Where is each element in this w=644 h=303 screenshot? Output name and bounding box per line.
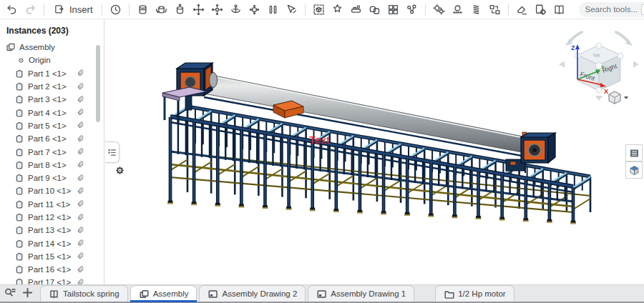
search-tools-input[interactable]: Search tools... ⌥ c xyxy=(579,2,644,17)
display-panel-button[interactable] xyxy=(625,162,643,179)
document-tab-assembly-drawing-2[interactable]: Assembly Drawing 2 xyxy=(199,285,306,302)
snap-mode-icon[interactable] xyxy=(283,1,300,17)
move-icon[interactable] xyxy=(209,1,225,17)
display-states-icon[interactable] xyxy=(514,1,530,17)
document-tab-1-2-hp-motor[interactable]: 1/2 Hp motor xyxy=(435,285,514,302)
link-icon[interactable] xyxy=(77,148,84,156)
structure-panel-button[interactable] xyxy=(625,144,643,162)
tree-item-part[interactable]: Part 5 <1> xyxy=(0,119,104,132)
cylindrical-mate-icon[interactable] xyxy=(246,1,263,17)
tree-item-part[interactable]: Part 17 <1> xyxy=(0,276,104,284)
document-tab-tailstock-spring[interactable]: Tailstock spring xyxy=(40,285,128,302)
tree-item-part[interactable]: Part 11 <1> xyxy=(0,198,104,211)
bom-icon[interactable] xyxy=(551,1,567,17)
document-tab-assembly-drawing-1[interactable]: Assembly Drawing 1 xyxy=(308,285,414,302)
tab-label: Assembly Drawing 1 xyxy=(331,289,406,298)
link-icon[interactable] xyxy=(77,279,84,284)
document-tab-assembly[interactable]: Assembly xyxy=(130,285,197,302)
part-icon xyxy=(14,134,24,144)
graphics-viewport[interactable]: Top Front Right Z X Y xyxy=(105,19,644,284)
link-icon[interactable] xyxy=(77,227,84,234)
link-icon[interactable] xyxy=(77,83,84,91)
link-icon[interactable] xyxy=(77,252,84,260)
tab-label: Assembly xyxy=(153,289,189,298)
redo-icon[interactable] xyxy=(22,1,39,17)
pattern-icon[interactable] xyxy=(385,1,401,17)
rack-pinion-relation-icon[interactable] xyxy=(449,1,466,17)
tree-item-part[interactable]: Part 4 <1> xyxy=(0,106,104,119)
tree-item-part[interactable]: Part 9 <1> xyxy=(0,172,104,184)
mate-icon[interactable] xyxy=(135,1,151,17)
toolbar-divider xyxy=(425,4,426,16)
tree-item-assembly[interactable]: Assembly xyxy=(0,41,104,54)
undo-icon[interactable] xyxy=(4,1,20,17)
replicate-icon[interactable] xyxy=(348,1,364,17)
settings-gear-icon[interactable] xyxy=(115,165,125,174)
gear-relation-icon[interactable] xyxy=(431,1,447,17)
tree-item-part[interactable]: Part 7 <1> xyxy=(0,145,104,158)
pipe-tube[interactable] xyxy=(204,74,540,159)
link-icon[interactable] xyxy=(77,135,84,143)
link-icon[interactable] xyxy=(77,239,84,247)
configurations-icon[interactable] xyxy=(532,1,549,17)
tree-item-part[interactable]: Part 16 <1> xyxy=(0,263,104,276)
named-positions-icon[interactable] xyxy=(329,1,346,17)
group-icon[interactable] xyxy=(311,1,327,17)
part-label: Part 14 <1> xyxy=(28,239,71,248)
link-icon[interactable] xyxy=(77,96,84,104)
tree-item-part[interactable]: Part 13 <1> xyxy=(0,224,104,237)
link-icon[interactable] xyxy=(77,214,84,222)
exploded-view-icon[interactable] xyxy=(404,1,420,17)
instance-tree-parts: Part 1 <1>Part 2 <1>Part 3 <1>Part 4 <1>… xyxy=(0,67,104,284)
tree-item-part[interactable]: Part 14 <1> xyxy=(0,237,104,249)
tree-item-origin[interactable]: Origin xyxy=(0,54,104,66)
tree-item-part[interactable]: Part 8 <1> xyxy=(0,159,104,172)
anchor-icon[interactable] xyxy=(228,1,244,17)
tree-item-part[interactable]: Part 2 <1> xyxy=(0,80,104,93)
instance-list-toggle[interactable] xyxy=(104,141,119,163)
part-icon xyxy=(14,160,24,170)
link-icon[interactable] xyxy=(77,174,84,182)
tree-item-part[interactable]: Part 3 <1> xyxy=(0,93,104,106)
transfer-icon[interactable] xyxy=(366,1,383,17)
add-tab-button[interactable] xyxy=(21,287,36,301)
link-icon[interactable] xyxy=(77,187,84,195)
revolute-mate-icon[interactable] xyxy=(153,1,170,17)
link-icon[interactable] xyxy=(77,266,84,274)
link-icon[interactable] xyxy=(77,121,84,129)
part-label: Part 6 <1> xyxy=(28,134,67,143)
view-options-button[interactable] xyxy=(609,91,628,104)
headstock[interactable] xyxy=(177,63,218,110)
tree-item-part[interactable]: Part 12 <1> xyxy=(0,211,104,224)
part-label: Part 2 <1> xyxy=(28,82,67,91)
link-icon[interactable] xyxy=(77,109,84,116)
part-label: Part 16 <1> xyxy=(28,265,71,274)
insert-button[interactable]: Insert xyxy=(49,1,97,17)
assembly-icon xyxy=(139,289,150,299)
parallel-mate-icon[interactable] xyxy=(265,1,281,17)
tree-item-part[interactable]: Part 1 <1> xyxy=(0,67,104,80)
assembly-3d-model[interactable]: Top Front Right Z X Y xyxy=(105,19,644,284)
toolbar-divider xyxy=(508,4,509,16)
tree-item-part[interactable]: Part 10 <1> xyxy=(0,184,104,197)
tree-item-part[interactable]: Part 6 <1> xyxy=(0,132,104,145)
text-annotation: Text xyxy=(309,134,330,146)
partstudio-icon xyxy=(49,289,59,299)
spring-icon[interactable] xyxy=(468,1,484,17)
link-icon[interactable] xyxy=(77,200,84,208)
link-icon[interactable] xyxy=(77,161,84,169)
instances-header: Instances (203) xyxy=(0,19,104,41)
link-icon[interactable] xyxy=(77,69,84,77)
sidebar-scrollbar[interactable] xyxy=(96,45,100,122)
part-icon xyxy=(14,277,24,284)
tree-item-part[interactable]: Part 15 <1> xyxy=(0,250,104,263)
translate-icon[interactable] xyxy=(190,1,207,17)
y-axis-label: Y xyxy=(601,65,605,70)
linear-relation-icon[interactable] xyxy=(487,1,503,17)
view-cube[interactable]: Top Front Right Z X Y xyxy=(559,32,639,104)
insert-icon xyxy=(53,1,66,17)
tab-manager-icon[interactable] xyxy=(4,286,18,300)
slider-mate-icon[interactable] xyxy=(172,1,188,17)
clock-icon[interactable] xyxy=(107,1,124,17)
part-label: Part 7 <1> xyxy=(28,148,67,157)
